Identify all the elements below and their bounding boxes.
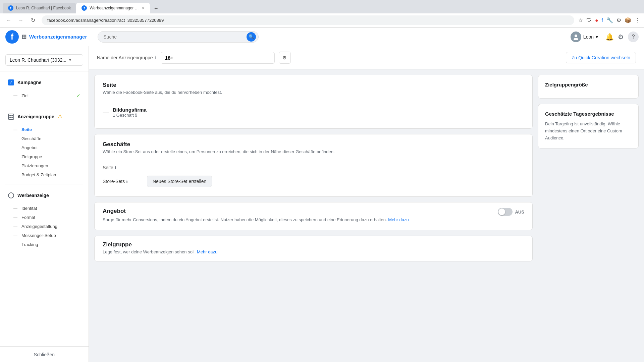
geschaefte-seite-info-icon[interactable]: ℹ (115, 165, 116, 170)
sidebar: Leon R. Chaudhari (3032... ▾ ✓ Kampagne … (0, 46, 89, 362)
search-button[interactable]: 🔍 (247, 32, 256, 42)
tab-1-title: Leon R. Chaudhari | Facebook (16, 6, 71, 10)
sidebar-item-ziel[interactable]: — Ziel ✓ (11, 91, 83, 100)
sidebar-item-platzierungen[interactable]: — Platzierungen (11, 161, 83, 170)
geschaefte-storesets-info-icon[interactable]: ℹ (126, 179, 128, 184)
forward-button[interactable]: → (16, 16, 25, 25)
angebot-mehr-dazu-link[interactable]: Mehr dazu (388, 217, 409, 222)
seite-card: Seite Wähle die Facebook-Seite aus, die … (94, 75, 533, 129)
anzeigengruppe-name-input[interactable] (161, 52, 275, 64)
tab-1-favicon: f (8, 5, 13, 11)
new-tab-button[interactable]: + (151, 4, 161, 13)
user-chevron-icon: ▾ (596, 34, 598, 40)
notifications-bell-icon[interactable]: 🔔 (605, 33, 614, 41)
account-selector[interactable]: Leon R. Chaudhari (3032... ▾ (5, 54, 83, 66)
page-dash-icon: — (103, 109, 109, 116)
zielgruppe-card-title: Zielgruppe (103, 241, 524, 248)
extension-icon-5[interactable]: ⚙ (616, 17, 621, 23)
sidebar-item-identitaet[interactable]: — Identität (11, 204, 83, 213)
sidebar-item-anzeigengruppe[interactable]: Anzeigengruppe ⚠ (5, 111, 83, 122)
neues-storeset-button[interactable]: Neues Store-Set erstellen (147, 176, 212, 187)
help-icon[interactable]: ? (628, 32, 639, 42)
tagesergebnisse-title: Geschätzte Tagesergebnisse (545, 111, 632, 117)
page-item: — Bildungsfirma 1 Geschäft ℹ (103, 103, 524, 122)
extension-icon-6[interactable]: 📦 (625, 17, 631, 23)
page-info: Bildungsfirma 1 Geschäft ℹ (113, 107, 147, 118)
tab-2[interactable]: f Werbeanzeigenmanager - Cre... × (76, 3, 150, 13)
sidebar-item-zielgruppe[interactable]: — Zielgruppe (11, 152, 83, 161)
tracking-dash: — (13, 242, 19, 247)
sidebar-item-werbeanzeige[interactable]: Werbeanzeige (5, 190, 83, 201)
extension-icon-3[interactable]: f (602, 17, 603, 23)
svg-point-0 (575, 35, 577, 37)
tab-2-close[interactable]: × (142, 5, 145, 11)
sidebar-item-tracking[interactable]: — Tracking (11, 240, 83, 249)
zielgruppe-subtitle-text: Lege fest, wer deine Werbeanzeigen sehen… (103, 249, 196, 254)
sidebar-bottom: Schließen (0, 346, 89, 362)
settings-gear-icon[interactable]: ⚙ (618, 33, 624, 41)
angebot-card-body: Angebot Sorge für mehr Conversions, inde… (95, 202, 532, 230)
angebot-subtitle-text-2: speichern und eine Erinnerung dazu erhal… (299, 217, 387, 222)
sidebar-tracking-label: Tracking (21, 242, 38, 247)
sidebar-item-messenger-setup[interactable]: — Messenger-Setup (11, 231, 83, 240)
menu-icon[interactable]: ⋮ (635, 17, 640, 23)
sidebar-item-format[interactable]: — Format (11, 213, 83, 222)
grid-icon[interactable]: ⊞ (21, 33, 26, 41)
sidebar-geschaefte-label: Geschäfte (21, 136, 41, 141)
geschaefte-storesets-label: Store-Sets ℹ (103, 179, 143, 184)
main-layout: Leon R. Chaudhari (3032... ▾ ✓ Kampagne … (0, 46, 644, 362)
targeting-warning-text: Dein Targeting ist unvollständig. Wähle … (545, 121, 632, 141)
back-button[interactable]: ← (4, 16, 13, 25)
sidebar-section-kampagne: ✓ Kampagne (0, 75, 89, 90)
kampagne-checkbox-icon: ✓ (8, 79, 14, 85)
anzeigengruppe-label-text: Name der Anzeigengruppe (97, 55, 153, 60)
anzeigengruppe-gear-button[interactable]: ⚙ (279, 52, 291, 64)
geschaefte-card-header: Geschäfte Wähle ein Store-Set aus oder e… (95, 134, 532, 157)
angebot-toggle-label: AUS (515, 209, 524, 215)
geschaefte-seite-label-text: Seite (103, 165, 113, 170)
ziel-check-icon: ✓ (76, 93, 80, 98)
sidebar-item-anzeigegestaltung[interactable]: — Anzeigegestaltung (11, 222, 83, 231)
sidebar-divider-2 (5, 184, 83, 184)
werbeanzeige-circle-icon (8, 192, 14, 198)
search-input[interactable] (98, 31, 259, 43)
angebot-toggle[interactable] (498, 208, 513, 216)
extension-icon-1[interactable]: 🛡 (586, 17, 592, 23)
tab-1[interactable]: f Leon R. Chaudhari | Facebook (3, 3, 76, 13)
sidebar-item-angebot[interactable]: — Angebot (11, 143, 83, 152)
quick-creation-button[interactable]: Zu Quick Creation wechseln (566, 52, 636, 63)
identitaet-dash: — (13, 206, 19, 211)
schliessen-button[interactable]: Schließen (5, 352, 83, 357)
extension-icon-4[interactable]: 🔧 (606, 17, 613, 23)
format-dash: — (13, 215, 19, 220)
sidebar-item-geschaefte[interactable]: — Geschäfte (11, 134, 83, 143)
sidebar-ziel-label: Ziel (21, 93, 29, 98)
geschaefte-card-body: Seite ℹ Store-Sets ℹ Neues Store-Set ers… (95, 157, 532, 196)
sidebar-zielgruppe-label: Zielgruppe (21, 154, 42, 159)
page-meta-info-icon[interactable]: ℹ (135, 113, 137, 118)
reload-button[interactable]: ↻ (28, 16, 38, 25)
right-panel: Zielgruppengröße Geschätzte Tagesergebni… (538, 75, 639, 362)
seite-card-body: — Bildungsfirma 1 Geschäft ℹ (95, 98, 532, 128)
sidebar-item-seite[interactable]: — Seite (11, 125, 83, 134)
angebot-header: Angebot Sorge für mehr Conversions, inde… (103, 208, 524, 223)
sidebar-item-kampagne[interactable]: ✓ Kampagne (5, 77, 83, 88)
user-name: Leon (583, 34, 594, 40)
zielgruppe-mehr-dazu-link[interactable]: Mehr dazu (197, 249, 217, 254)
angebot-dash: — (13, 145, 19, 150)
anzeigengruppe-info-icon[interactable]: ℹ (155, 55, 157, 60)
user-menu[interactable]: Leon ▾ (567, 29, 601, 44)
url-bar[interactable]: facebook.com/adsmanager/creation?act=303… (42, 15, 574, 25)
sidebar-anzeigengruppe-sub: — Seite — Geschäfte — Angebot — Zielgrup… (0, 124, 89, 180)
seite-card-subtitle: Wähle die Facebook-Seite aus, die du her… (103, 90, 524, 95)
sidebar-platzierungen-label: Platzierungen (21, 163, 48, 168)
tab-2-favicon: f (82, 5, 87, 11)
seite-dash: — (13, 127, 19, 132)
sidebar-item-budget[interactable]: — Budget & Zeitplan (11, 170, 83, 179)
sidebar-account: Leon R. Chaudhari (3032... ▾ (0, 52, 89, 71)
bookmark-star-icon[interactable]: ☆ (578, 17, 583, 23)
geschaefte-storesets-label-text: Store-Sets (103, 179, 125, 184)
sidebar-anzeigegestaltung-label: Anzeigegestaltung (21, 224, 57, 229)
facebook-nav: f ⊞ Werbeanzeigenmanager 🔍 Leon ▾ 🔔 ⚙ ? (0, 27, 644, 46)
extension-icon-2[interactable]: ● (595, 17, 598, 23)
